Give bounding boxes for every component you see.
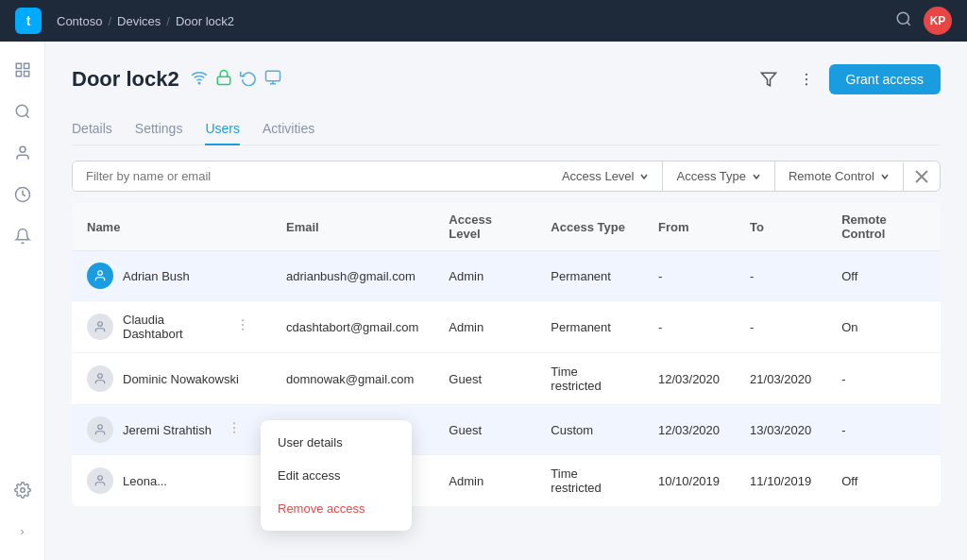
cell-name: Jeremi Strahtish (72, 405, 271, 455)
tab-details[interactable]: Details (72, 113, 112, 145)
svg-rect-5 (24, 72, 28, 76)
page-header: Door lock2 (72, 64, 941, 94)
svg-point-27 (98, 374, 103, 379)
cell-to: 13/03/2020 (735, 405, 826, 455)
lock-icon (215, 69, 232, 90)
filter-button[interactable] (754, 64, 784, 94)
table-row: Leona...leonardo.o@gmail.comAdminTime re… (72, 455, 941, 507)
tab-activities[interactable]: Activities (263, 113, 314, 145)
cell-access-level: Guest (433, 353, 535, 405)
svg-rect-13 (265, 71, 280, 81)
context-menu-user-details[interactable]: User details (261, 426, 412, 459)
svg-rect-2 (16, 63, 21, 68)
user-name-text: Leona... (123, 474, 167, 488)
cell-remote-control: Off (826, 251, 941, 301)
breadcrumb-sep-2: / (166, 14, 170, 28)
filter-close-button[interactable] (903, 162, 940, 191)
topbar-avatar[interactable]: KP (924, 7, 952, 35)
cell-from: - (643, 301, 735, 353)
row-more-icon[interactable] (229, 315, 256, 339)
cell-to: - (735, 251, 826, 301)
users-table-wrapper: Name Email Access Level Access Type From… (72, 203, 941, 560)
svg-point-18 (805, 78, 806, 80)
cell-access-type: Permanent (535, 301, 643, 353)
access-level-dropdown[interactable]: Access Level (549, 161, 663, 191)
cell-name: Dominic Nowakowski (72, 353, 271, 405)
cell-name: Adrian Bush (72, 251, 271, 301)
tab-users[interactable]: Users (205, 113, 240, 145)
cell-remote-control: Off (826, 455, 941, 507)
sidebar-item-dashboard[interactable] (6, 53, 40, 87)
breadcrumb-sep-1: / (108, 14, 111, 28)
more-options-button[interactable] (791, 64, 822, 94)
table-header-row: Name Email Access Level Access Type From… (72, 203, 941, 251)
cell-access-type: Time restricted (535, 455, 643, 507)
page-title-row: Door lock2 (72, 67, 281, 92)
svg-line-7 (25, 114, 28, 117)
svg-point-0 (897, 12, 908, 24)
tab-settings[interactable]: Settings (135, 113, 183, 145)
breadcrumb-doorlock: Door lock2 (176, 14, 234, 28)
svg-rect-12 (217, 76, 230, 84)
svg-point-19 (805, 83, 806, 85)
svg-rect-4 (16, 72, 21, 76)
screen-icon (264, 69, 281, 90)
user-name-text: Claudia Dashtabort (123, 313, 220, 341)
user-name-text: Dominic Nowakowski (123, 372, 239, 386)
filter-search-input[interactable] (73, 161, 549, 191)
cell-access-level: Admin (433, 251, 535, 301)
cell-to: 21/03/2020 (735, 353, 826, 405)
sidebar-item-search[interactable] (6, 94, 40, 128)
cell-from: - (643, 251, 735, 301)
device-icons (191, 69, 281, 90)
cell-email: domnowak@gmail.com (271, 353, 433, 405)
col-name: Name (72, 203, 271, 251)
sidebar-item-settings[interactable] (6, 473, 40, 507)
svg-point-26 (242, 328, 244, 330)
cell-email: cdashtabort@gmail.com (271, 301, 433, 353)
remote-control-dropdown[interactable]: Remote Control (774, 161, 903, 191)
topbar: t Contoso / Devices / Door lock2 KP (0, 0, 967, 42)
cell-access-type: Time restricted (535, 353, 643, 405)
col-to: To (735, 203, 826, 251)
sidebar-item-users[interactable] (6, 136, 40, 170)
cell-access-level: Guest (433, 405, 535, 455)
col-remote-control: Remote Control (826, 203, 941, 251)
svg-point-28 (98, 425, 103, 430)
svg-point-6 (16, 105, 27, 116)
grant-access-button[interactable]: Grant access (829, 64, 941, 94)
app-logo[interactable]: t (15, 8, 42, 34)
svg-point-22 (98, 271, 103, 276)
breadcrumb: Contoso / Devices / Door lock2 (57, 14, 895, 28)
row-more-icon[interactable] (221, 418, 247, 442)
cell-name: Leona... (72, 455, 271, 507)
user-avatar (87, 314, 113, 340)
cell-remote-control: On (826, 301, 941, 353)
sidebar-item-activity[interactable] (6, 178, 40, 212)
col-access-type: Access Type (535, 203, 643, 251)
cell-remote-control: - (826, 353, 941, 405)
sidebar-expand-button[interactable]: › (6, 515, 40, 549)
svg-point-17 (805, 74, 806, 76)
main-layout: › Door lock2 (0, 42, 967, 560)
sidebar-item-notifications[interactable] (6, 219, 40, 253)
table-row: Claudia Dashtabortcdashtabort@gmail.comA… (72, 301, 941, 353)
sync-icon (240, 69, 257, 90)
svg-line-1 (907, 22, 909, 25)
cell-from: 12/03/2020 (643, 353, 735, 405)
header-actions: Grant access (754, 64, 941, 94)
topbar-search-icon[interactable] (895, 10, 912, 32)
context-menu-edit-access[interactable]: Edit access (261, 459, 412, 492)
col-access-level: Access Level (433, 203, 535, 251)
svg-point-10 (20, 488, 25, 493)
user-avatar (87, 263, 113, 289)
cell-access-level: Admin (433, 301, 535, 353)
cell-remote-control: - (826, 405, 941, 455)
access-type-dropdown[interactable]: Access Type (662, 161, 773, 191)
cell-email: adrianbush@gmail.com (271, 251, 433, 301)
col-email: Email (271, 203, 433, 251)
breadcrumb-contoso[interactable]: Contoso (57, 14, 102, 28)
breadcrumb-devices[interactable]: Devices (117, 14, 161, 28)
table-row: Jeremi Strahtishstrahtish@gmail.comGuest… (72, 405, 941, 455)
context-menu-remove-access[interactable]: Remove access (261, 492, 412, 525)
